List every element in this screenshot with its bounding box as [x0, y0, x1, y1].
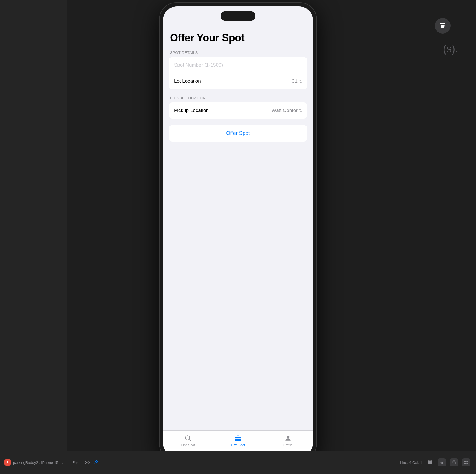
- filter-eye-button[interactable]: [84, 460, 90, 465]
- pickup-location-value: Watt Center ⇅: [272, 108, 302, 113]
- svg-rect-15: [466, 463, 468, 464]
- svg-rect-12: [464, 461, 466, 462]
- parking-app-icon: P: [4, 459, 11, 466]
- trash-icon-button[interactable]: [435, 18, 451, 34]
- svg-point-0: [186, 436, 190, 440]
- tab-profile-label: Profile: [283, 443, 292, 447]
- tab-find-spot[interactable]: Find Spot: [173, 434, 202, 447]
- pickup-location-label: Pickup Location: [174, 108, 272, 113]
- svg-rect-11: [453, 462, 456, 464]
- svg-point-7: [86, 462, 88, 463]
- screen-content: Offer Your Spot SPOT DETAILS Spot Number…: [163, 6, 313, 430]
- trash-bottom-icon: [440, 460, 444, 465]
- spot-number-row[interactable]: Spot Number (1-1500): [169, 57, 307, 73]
- pickup-location-card: Pickup Location Watt Center ⇅: [169, 102, 307, 119]
- offer-spot-button[interactable]: Offer Spot: [169, 125, 307, 142]
- xcode-more-button[interactable]: [462, 458, 470, 466]
- side-text: (s).: [443, 43, 458, 55]
- pickup-location-chevron-icon: ⇅: [299, 109, 302, 113]
- svg-rect-13: [464, 463, 466, 464]
- tab-give-spot[interactable]: Give Spot: [224, 434, 252, 447]
- copy-icon: [452, 460, 456, 465]
- profile-icon: [284, 434, 292, 442]
- xcode-project-section: P parkingBuddy2 : iPhone 15 Pro: [0, 459, 68, 466]
- tab-give-spot-label: Give Spot: [231, 443, 245, 447]
- person-icon: [94, 460, 99, 465]
- page-title: Offer Your Spot: [169, 32, 307, 44]
- xcode-project-name: parkingBuddy2 : iPhone 15 Pro: [13, 460, 63, 465]
- filter-section: Filter: [68, 460, 104, 465]
- tab-find-spot-label: Find Spot: [181, 443, 195, 447]
- eye-icon: [84, 460, 90, 465]
- svg-point-5: [287, 436, 289, 438]
- tab-profile[interactable]: Profile: [274, 434, 303, 447]
- filter-person-button[interactable]: [94, 460, 99, 465]
- xcode-right-section: Line: 4 Col: 1: [394, 458, 476, 466]
- lot-location-value: C1 ⇅: [291, 78, 302, 84]
- xcode-view-icon-button[interactable]: [426, 459, 434, 466]
- svg-point-6: [85, 461, 90, 464]
- spot-details-card: Spot Number (1-1500) Lot Location C1 ⇅: [169, 57, 307, 89]
- xcode-trash-button[interactable]: [438, 458, 446, 466]
- spot-details-section-label: SPOT DETAILS: [169, 50, 307, 55]
- more-icon: [464, 460, 468, 465]
- svg-rect-14: [466, 461, 468, 462]
- pickup-location-row[interactable]: Pickup Location Watt Center ⇅: [169, 102, 307, 119]
- view-icon: [427, 460, 433, 465]
- dynamic-island: [221, 11, 255, 21]
- filter-label: Filter: [72, 460, 81, 465]
- xcode-bottom-bar: P parkingBuddy2 : iPhone 15 Pro Filter L…: [0, 451, 476, 474]
- svg-rect-9: [428, 460, 430, 464]
- give-spot-icon: [234, 434, 242, 442]
- phone-screen: Offer Your Spot SPOT DETAILS Spot Number…: [163, 6, 313, 457]
- lot-location-label: Lot Location: [174, 78, 291, 84]
- trash-icon: [439, 22, 446, 29]
- tab-bar: Find Spot Give Spot: [163, 430, 313, 449]
- svg-line-1: [189, 440, 191, 441]
- lot-location-row[interactable]: Lot Location C1 ⇅: [169, 73, 307, 89]
- pickup-location-section-label: PICKUP LOCATION: [169, 96, 307, 100]
- svg-rect-10: [430, 460, 432, 464]
- find-spot-icon: [184, 434, 192, 442]
- spot-number-placeholder: Spot Number (1-1500): [174, 62, 223, 68]
- svg-point-8: [96, 460, 98, 462]
- offer-spot-button-label: Offer Spot: [226, 130, 250, 136]
- xcode-line-col: Line: 4 Col: 1: [400, 460, 422, 465]
- xcode-copy-button[interactable]: [450, 458, 458, 466]
- lot-location-chevron-icon: ⇅: [299, 79, 302, 84]
- phone-frame: Offer Your Spot SPOT DETAILS Spot Number…: [160, 3, 316, 460]
